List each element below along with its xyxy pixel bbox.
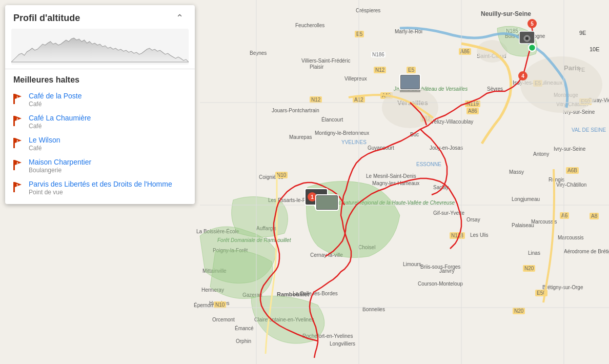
halt-info-2: Café La Chaumière Café [29, 114, 187, 130]
svg-marker-31 [15, 116, 22, 121]
halt-type-5: Point de vue [29, 189, 187, 196]
halt-type-4: Boulangerie [29, 167, 187, 174]
halt-item-2[interactable]: 2 Café La Chaumière Café [5, 111, 195, 133]
halt-flag-1: 1 [11, 93, 24, 105]
svg-rect-33 [13, 138, 15, 148]
svg-marker-37 [15, 160, 22, 165]
altitude-profile [11, 29, 189, 65]
halt-item-1[interactable]: 1 Café de la Poste Café [5, 89, 195, 111]
halt-info-4: Maison Charpentier Boulangerie [29, 158, 187, 174]
divider [5, 69, 195, 69]
halt-type-3: Café [29, 145, 187, 152]
halt-info-3: Le Wilson Café [29, 136, 187, 152]
halt-flag-4: 4 [11, 159, 24, 171]
sidebar-title: Profil d'altitude [13, 13, 80, 24]
halt-info-5: Parvis des Libertés et des Droits de l'H… [29, 180, 187, 196]
halt-flag-2: 2 [11, 115, 24, 127]
svg-rect-27 [13, 94, 15, 104]
halt-info-1: Café de la Poste Café [29, 92, 187, 108]
halt-type-1: Café [29, 100, 187, 108]
altitude-chart [11, 29, 189, 65]
halt-item-5[interactable]: 5 Parvis des Libertés et des Droits de l… [5, 177, 195, 199]
svg-marker-40 [15, 182, 22, 187]
collapse-button[interactable]: ⌃ [173, 11, 187, 25]
halt-type-2: Café [29, 123, 187, 130]
svg-rect-36 [13, 160, 15, 170]
halt-name-2[interactable]: Café La Chaumière [29, 114, 187, 122]
sidebar-header: Profil d'altitude ⌃ [5, 5, 195, 29]
halt-name-5[interactable]: Parvis des Libertés et des Droits de l'H… [29, 180, 187, 188]
halts-section-title: Meilleures haltes [5, 73, 195, 89]
halt-item-3[interactable]: 3 Le Wilson Café [5, 133, 195, 155]
svg-rect-30 [13, 116, 15, 126]
svg-marker-34 [15, 138, 22, 143]
halt-name-3[interactable]: Le Wilson [29, 136, 187, 144]
svg-marker-28 [15, 94, 22, 99]
sidebar-panel: Profil d'altitude ⌃ Meilleures haltes 1 [5, 5, 195, 204]
svg-rect-39 [13, 182, 15, 192]
halt-name-1[interactable]: Café de la Poste [29, 92, 187, 100]
halt-flag-5: 5 [11, 181, 24, 193]
halt-flag-3: 3 [11, 137, 24, 149]
halt-name-4[interactable]: Maison Charpentier [29, 158, 187, 166]
halt-item-4[interactable]: 4 Maison Charpentier Boulangerie [5, 155, 195, 177]
